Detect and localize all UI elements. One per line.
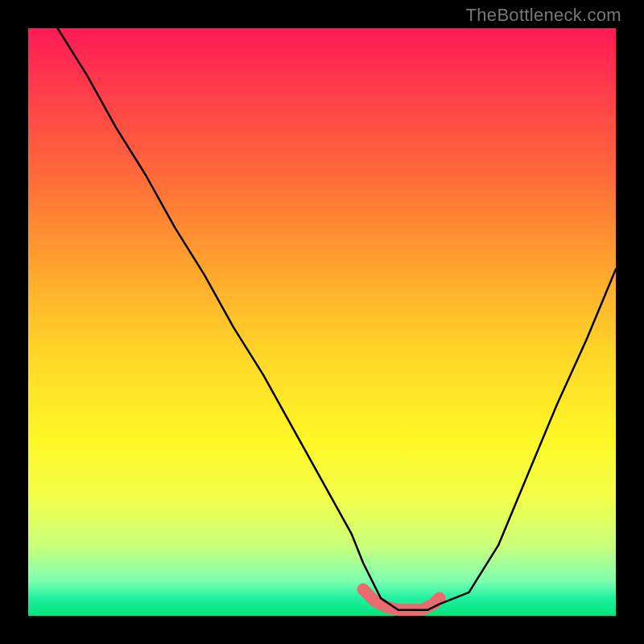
bottleneck-curve-path [58,28,617,610]
highlight-path [363,589,440,610]
watermark-text: TheBottleneck.com [466,5,621,26]
chart-frame: TheBottleneck.com [0,0,644,644]
curve-svg [28,28,616,616]
plot-area [28,28,616,616]
